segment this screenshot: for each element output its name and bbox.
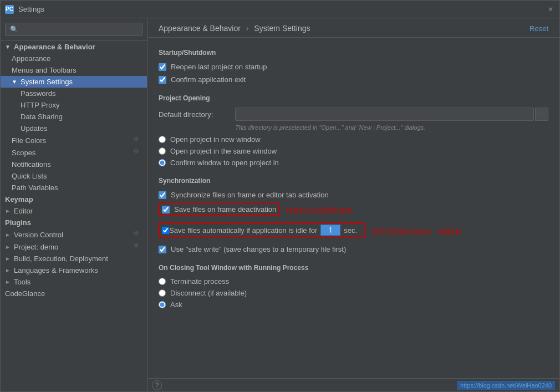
- sidebar-item-appearance[interactable]: Appearance: [1, 53, 147, 64]
- arrow-icon: ▼: [12, 79, 18, 85]
- sidebar-item-build-execution[interactable]: ► Build, Execution, Deployment: [1, 253, 147, 264]
- sidebar: ▼ Appearance & Behavior Appearance Menus…: [1, 18, 147, 391]
- status-bar: ? https://blog.csdn.net/WeiHao0240: [147, 378, 559, 391]
- breadcrumb-arrow: ›: [246, 24, 251, 33]
- sidebar-item-data-sharing[interactable]: Data Sharing: [1, 111, 147, 123]
- sidebar-item-codeglance[interactable]: CodeGlance: [1, 288, 147, 299]
- confirm-exit-checkbox[interactable]: [159, 76, 166, 84]
- startup-section-title: Startup/Shutdown: [159, 49, 548, 57]
- sync-section-title: Synchronization: [159, 177, 548, 185]
- safe-write-label: Use "safe write" (save changes to a temp…: [171, 245, 346, 253]
- closing-section: On Closing Tool Window with Running Proc…: [159, 264, 548, 309]
- sidebar-item-file-colors[interactable]: File Colors ⚙: [1, 134, 147, 146]
- sidebar-item-updates[interactable]: Updates: [1, 123, 147, 134]
- save-deactivation-checkbox[interactable]: [162, 206, 170, 213]
- disconnect-radio[interactable]: [159, 289, 166, 297]
- sidebar-item-label: Version Control: [14, 231, 63, 239]
- settings-icon: ⚙: [134, 242, 142, 251]
- sidebar-item-label: Path Variables: [12, 184, 58, 192]
- reset-button[interactable]: Reset: [530, 24, 548, 33]
- close-button[interactable]: ✕: [546, 5, 555, 14]
- sidebar-item-system-settings[interactable]: ▼ System Settings: [1, 76, 147, 88]
- arrow-icon: ▼: [5, 44, 12, 50]
- save-idle-checkbox[interactable]: [162, 227, 169, 234]
- default-dir-input[interactable]: [235, 108, 534, 121]
- sec-label: sec.: [344, 226, 357, 235]
- app-icon: PC: [5, 5, 14, 14]
- sidebar-item-tools[interactable]: ► Tools: [1, 276, 147, 288]
- sidebar-item-project-demo[interactable]: ► Project: demo ⚙: [1, 241, 147, 253]
- confirm-window-radio[interactable]: [159, 159, 166, 166]
- sync-files-label: Synchronize files on frame or editor tab…: [171, 191, 329, 199]
- reopen-last-checkbox[interactable]: [159, 63, 166, 71]
- sidebar-item-plugins[interactable]: Plugins: [1, 217, 147, 228]
- new-window-radio[interactable]: [159, 136, 166, 143]
- startup-section: Startup/Shutdown Reopen last project on …: [159, 49, 548, 84]
- arrow-icon: ►: [5, 244, 12, 250]
- sidebar-item-label: System Settings: [21, 78, 73, 86]
- help-icon[interactable]: ?: [152, 380, 162, 390]
- save-idle-label: Save files automatically if application …: [169, 226, 317, 235]
- sidebar-item-appearance-behavior[interactable]: ▼ Appearance & Behavior: [1, 41, 147, 53]
- terminate-label: Terminate process: [170, 277, 229, 286]
- sidebar-item-label: HTTP Proxy: [21, 101, 60, 109]
- browse-button[interactable]: ⋯: [535, 108, 548, 121]
- breadcrumb-current: System Settings: [254, 24, 310, 33]
- sidebar-item-label: Updates: [21, 124, 47, 133]
- sidebar-item-menus-toolbars[interactable]: Menus and Toolbars: [1, 64, 147, 76]
- sidebar-item-notifications[interactable]: Notifications: [1, 159, 147, 170]
- same-window-row: Open project in the same window: [159, 147, 548, 155]
- ask-radio[interactable]: [159, 301, 166, 308]
- default-dir-row: Default directory: ⋯: [159, 108, 548, 121]
- sidebar-item-label: Project: demo: [14, 243, 58, 251]
- sidebar-item-label: File Colors: [12, 136, 46, 145]
- search-input[interactable]: [5, 23, 142, 36]
- settings-icon: ⚙: [134, 136, 142, 145]
- sidebar-item-version-control[interactable]: ► Version Control ⚙: [1, 228, 147, 241]
- project-opening-section: Project Opening Default directory: ⋯ Thi…: [159, 94, 548, 167]
- disconnect-row: Disconnect (if available): [159, 289, 548, 297]
- save-deactivation-label: Save files on frame deactivation: [174, 205, 276, 213]
- same-window-radio[interactable]: [159, 147, 166, 155]
- breadcrumb: Appearance & Behavior › System Settings: [159, 24, 310, 33]
- sync-files-checkbox[interactable]: [159, 191, 166, 199]
- sidebar-item-label: Quick Lists: [12, 172, 47, 180]
- save-idle-input[interactable]: [320, 225, 340, 236]
- status-link[interactable]: https://blog.csdn.net/WeiHao0240: [457, 381, 555, 390]
- sidebar-item-path-variables[interactable]: Path Variables: [1, 182, 147, 194]
- sidebar-item-languages-frameworks[interactable]: ► Languages & Frameworks: [1, 264, 147, 276]
- sidebar-item-label: Languages & Frameworks: [14, 266, 98, 274]
- arrow-icon: ►: [5, 267, 12, 273]
- settings-icon: ⚙: [134, 148, 142, 157]
- new-window-row: Open project in new window: [159, 135, 548, 144]
- safe-write-row: Use "safe write" (save changes to a temp…: [159, 245, 548, 254]
- sidebar-item-label: Scopes: [12, 149, 35, 157]
- sidebar-item-editor[interactable]: ► Editor: [1, 205, 147, 217]
- main-content: Startup/Shutdown Reopen last project on …: [147, 38, 559, 378]
- reopen-last-row: Reopen last project on startup: [159, 62, 548, 72]
- confirm-exit-row: Confirm application exit: [159, 75, 548, 84]
- default-dir-label: Default directory:: [159, 110, 231, 119]
- sidebar-item-passwords[interactable]: Passwords: [1, 88, 147, 99]
- sidebar-item-scopes[interactable]: Scopes ⚙: [1, 146, 147, 159]
- content-area: ▼ Appearance & Behavior Appearance Menus…: [1, 18, 559, 391]
- sidebar-item-label: Menus and Toolbars: [12, 66, 77, 74]
- terminate-radio[interactable]: [159, 278, 166, 285]
- sidebar-item-label: Editor: [14, 207, 33, 215]
- reopen-last-label: Reopen last project on startup: [171, 63, 267, 71]
- confirm-exit-label: Confirm application exit: [171, 75, 246, 84]
- sidebar-item-keymap[interactable]: Keymap: [1, 194, 147, 205]
- window-controls: ✕: [546, 5, 555, 14]
- search-box: [1, 18, 147, 41]
- same-window-label: Open project in the same window: [170, 147, 277, 155]
- sidebar-item-label: Data Sharing: [21, 113, 63, 121]
- sidebar-item-label: Plugins: [5, 218, 31, 227]
- sidebar-item-label: Build, Execution, Deployment: [14, 254, 108, 263]
- safe-write-checkbox[interactable]: [159, 246, 166, 253]
- sidebar-item-http-proxy[interactable]: HTTP Proxy: [1, 99, 147, 111]
- window-title: Settings: [18, 5, 546, 13]
- confirm-window-row: Confirm window to open project in: [159, 159, 548, 167]
- sidebar-item-quick-lists[interactable]: Quick Lists: [1, 170, 147, 182]
- arrow-icon: ►: [5, 208, 12, 214]
- terminate-row: Terminate process: [159, 277, 548, 286]
